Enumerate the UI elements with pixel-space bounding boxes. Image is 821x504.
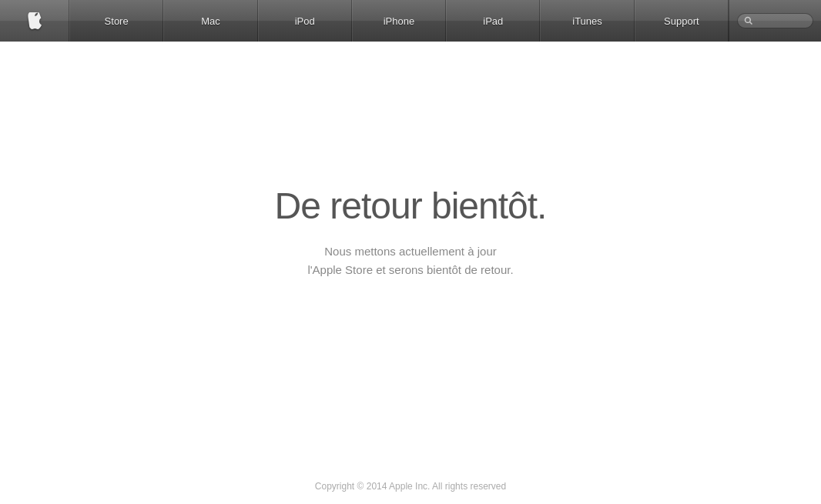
main-title: De retour bientôt.: [275, 185, 547, 227]
nav-search-area: [729, 0, 821, 42]
svg-point-0: [745, 18, 750, 23]
nav-item-apple[interactable]: [0, 0, 69, 42]
nav-item-mac[interactable]: Mac: [163, 0, 257, 42]
main-nav: Store Mac iPod iPhone iPad iTunes Suppor…: [0, 0, 821, 42]
subtitle-line1: Nous mettons actuellement à jour: [324, 245, 496, 258]
copyright-text: Copyright © 2014 Apple Inc. All rights r…: [315, 481, 506, 492]
nav-item-ipod[interactable]: iPod: [258, 0, 352, 42]
svg-line-1: [749, 22, 752, 25]
apple-logo-icon: [28, 12, 42, 29]
search-icon: [744, 16, 753, 25]
main-subtitle: Nous mettons actuellement à jour l'Apple…: [307, 242, 513, 279]
page-footer: Copyright © 2014 Apple Inc. All rights r…: [0, 469, 821, 504]
nav-item-store[interactable]: Store: [69, 0, 163, 42]
search-input[interactable]: [756, 15, 806, 26]
nav-item-ipad[interactable]: iPad: [446, 0, 540, 42]
search-box: [737, 13, 813, 28]
nav-item-iphone[interactable]: iPhone: [352, 0, 446, 42]
nav-item-support[interactable]: Support: [635, 0, 729, 42]
main-content: De retour bientôt. Nous mettons actuelle…: [0, 42, 821, 469]
subtitle-line2: l'Apple Store et serons bientôt de retou…: [307, 263, 513, 276]
nav-item-itunes[interactable]: iTunes: [540, 0, 634, 42]
